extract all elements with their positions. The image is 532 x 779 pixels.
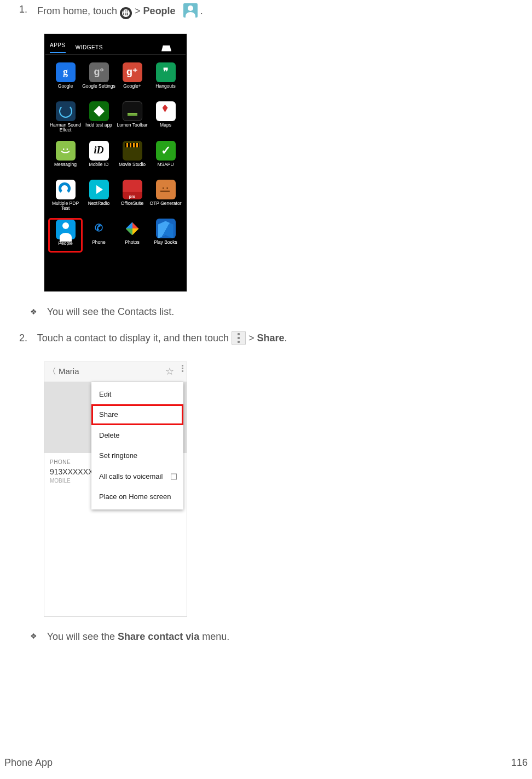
checkbox-icon[interactable] xyxy=(171,473,177,479)
step-1-pre: From home, touch xyxy=(37,5,120,16)
tab-widgets[interactable]: WIDGETS xyxy=(76,44,103,51)
app-maps[interactable]: Maps xyxy=(149,101,182,133)
app-google[interactable]: gGoogle xyxy=(49,62,82,94)
step-2-number: 2. xyxy=(19,331,34,345)
footer-page-number: 116 xyxy=(511,756,528,769)
step-1-bold: People xyxy=(143,5,176,16)
overflow-menu-icon xyxy=(232,331,246,345)
bullet-icon: ❖ xyxy=(30,307,44,317)
note-2-text: You will see the Share contact via menu. xyxy=(47,631,230,642)
step-1-post: . xyxy=(200,5,203,16)
app-people[interactable]: People xyxy=(49,219,82,252)
menu-delete[interactable]: Delete xyxy=(91,425,183,446)
step-2-pre: Touch a contact to display it, and then … xyxy=(37,333,232,343)
contact-header: 〈 Maria ☆ xyxy=(44,362,187,382)
step-1-text: From home, touch > People . xyxy=(37,5,203,16)
app-google-settings[interactable]: g°Google Settings xyxy=(82,62,115,94)
back-icon[interactable]: 〈 xyxy=(48,365,56,377)
app-otp[interactable]: OTP Generator xyxy=(149,180,182,211)
app-movie-studio[interactable]: Movie Studio xyxy=(115,141,149,172)
footer-title: Phone App xyxy=(4,756,53,769)
apps-icon xyxy=(120,2,132,19)
step-1: 1. From home, touch > People . xyxy=(19,3,532,20)
note-2: ❖ You will see the Share contact via men… xyxy=(30,630,532,643)
note-1-text: You will see the Contacts list. xyxy=(47,306,174,317)
menu-edit[interactable]: Edit xyxy=(91,384,183,405)
app-officesuite[interactable]: OfficeSuite xyxy=(115,180,149,211)
menu-home-screen[interactable]: Place on Home screen xyxy=(91,486,183,507)
step-2-text: Touch a contact to display it, and then … xyxy=(37,333,287,343)
app-harman[interactable]: Harman Sound Effect xyxy=(49,101,82,133)
app-nextradio[interactable]: NextRadio xyxy=(82,180,115,211)
bullet-icon: ❖ xyxy=(30,631,44,641)
app-hangouts[interactable]: ❞Hangouts xyxy=(149,62,182,94)
play-store-icon[interactable] xyxy=(161,44,171,51)
star-icon[interactable]: ☆ xyxy=(165,365,174,378)
app-lumen[interactable]: Lumen Toolbar xyxy=(115,101,149,133)
app-play-books[interactable]: Play Books xyxy=(149,219,182,252)
step-2-post: . xyxy=(284,333,287,343)
screenshot-apps: APPS WIDGETS gGoogle g°Google Settings g… xyxy=(44,33,187,292)
app-messaging[interactable]: Messaging xyxy=(49,141,82,172)
step-2-sep: > xyxy=(248,333,257,343)
overflow-menu: Edit Share Delete Set ringtone All calls… xyxy=(91,382,183,509)
step-2: 2. Touch a contact to display it, and th… xyxy=(19,331,532,346)
overflow-icon[interactable] xyxy=(182,365,183,378)
apps-tabs: APPS WIDGETS xyxy=(45,41,186,55)
app-msapu[interactable]: MSAPU xyxy=(149,141,182,172)
page-footer: Phone App 116 xyxy=(0,756,532,769)
tab-apps[interactable]: APPS xyxy=(50,42,66,54)
menu-share[interactable]: Share xyxy=(91,404,183,425)
note-1: ❖ You will see the Contacts list. xyxy=(30,305,532,318)
app-hidd[interactable]: hidd test app xyxy=(82,101,115,133)
contact-name: Maria xyxy=(59,366,79,377)
screenshot-contact-menu: 〈 Maria ☆ PHONE 913XXXXXXX MOBILE Edit S… xyxy=(44,362,187,617)
people-icon xyxy=(183,3,198,18)
menu-voicemail[interactable]: All calls to voicemail xyxy=(91,466,183,487)
step-1-sep: > xyxy=(135,5,143,16)
app-mpdp[interactable]: Multiple PDP Test xyxy=(49,180,82,211)
app-mobile-id[interactable]: iDMobile ID xyxy=(82,141,115,172)
step-2-bold: Share xyxy=(257,333,284,343)
app-google-plus[interactable]: g⁺Google+ xyxy=(115,62,149,94)
menu-set-ringtone[interactable]: Set ringtone xyxy=(91,445,183,466)
app-phone[interactable]: Phone xyxy=(82,219,115,252)
app-photos[interactable]: Photos xyxy=(115,219,149,252)
step-1-number: 1. xyxy=(19,3,34,16)
